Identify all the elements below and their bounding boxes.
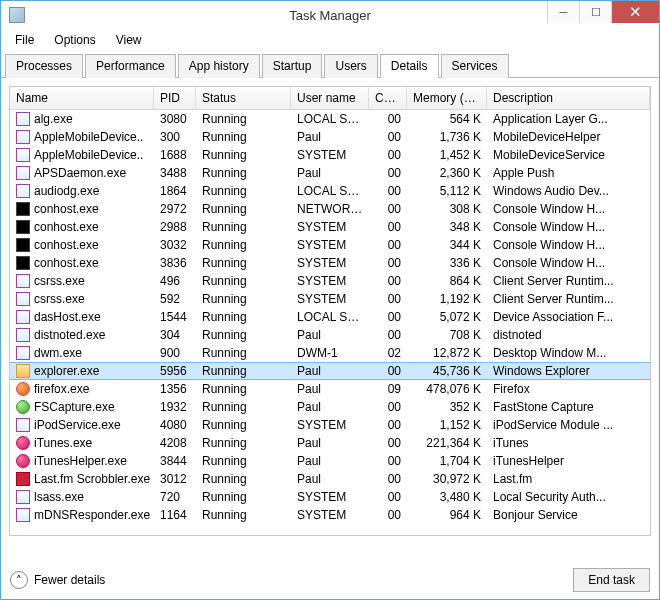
cell-memory: 3,480 K [407, 490, 487, 504]
cell-status: Running [196, 454, 291, 468]
cell-cpu: 00 [369, 328, 407, 342]
header-user[interactable]: User name [291, 87, 369, 109]
table-row[interactable]: dasHost.exe1544RunningLOCAL SE...005,072… [10, 308, 650, 326]
table-row[interactable]: conhost.exe3836RunningSYSTEM00336 KConso… [10, 254, 650, 272]
cell-cpu: 00 [369, 130, 407, 144]
cell-pid: 4208 [154, 436, 196, 450]
close-button[interactable]: ✕ [611, 1, 659, 23]
table-row[interactable]: explorer.exe5956RunningPaul0045,736 KWin… [10, 362, 650, 380]
cell-status: Running [196, 256, 291, 270]
process-name: csrss.exe [34, 274, 85, 288]
cell-user: Paul [291, 130, 369, 144]
table-row[interactable]: alg.exe3080RunningLOCAL SE...00564 KAppl… [10, 110, 650, 128]
cell-memory: 5,072 K [407, 310, 487, 324]
tab-users[interactable]: Users [324, 54, 377, 78]
fewer-details-button[interactable]: ˄ Fewer details [10, 571, 105, 589]
cell-description: Bonjour Service [487, 508, 650, 522]
table-row[interactable]: AppleMobileDevice..300RunningPaul001,736… [10, 128, 650, 146]
process-name: dasHost.exe [34, 310, 101, 324]
table-row[interactable]: csrss.exe592RunningSYSTEM001,192 KClient… [10, 290, 650, 308]
process-name: conhost.exe [34, 238, 99, 252]
process-name: FSCapture.exe [34, 400, 115, 414]
process-icon [16, 418, 30, 432]
tab-startup[interactable]: Startup [262, 54, 323, 78]
header-status[interactable]: Status [196, 87, 291, 109]
process-rows[interactable]: alg.exe3080RunningLOCAL SE...00564 KAppl… [10, 110, 650, 530]
cell-status: Running [196, 184, 291, 198]
cell-user: SYSTEM [291, 508, 369, 522]
cell-description: Firefox [487, 382, 650, 396]
process-icon [16, 130, 30, 144]
menu-file[interactable]: File [7, 31, 42, 49]
cell-cpu: 00 [369, 310, 407, 324]
tab-strip: ProcessesPerformanceApp historyStartupUs… [1, 53, 659, 78]
header-name[interactable]: Name [10, 87, 154, 109]
chevron-up-icon: ˄ [10, 571, 28, 589]
cell-pid: 3032 [154, 238, 196, 252]
table-row[interactable]: conhost.exe2988RunningSYSTEM00348 KConso… [10, 218, 650, 236]
tab-details[interactable]: Details [380, 54, 439, 78]
cell-cpu: 00 [369, 400, 407, 414]
cell-memory: 1,152 K [407, 418, 487, 432]
cell-status: Running [196, 364, 291, 378]
table-row[interactable]: distnoted.exe304RunningPaul00708 Kdistno… [10, 326, 650, 344]
process-name: iTunes.exe [34, 436, 92, 450]
cell-pid: 3836 [154, 256, 196, 270]
process-icon [16, 112, 30, 126]
table-row[interactable]: dwm.exe900RunningDWM-10212,872 KDesktop … [10, 344, 650, 362]
tab-app-history[interactable]: App history [178, 54, 260, 78]
process-icon [16, 454, 30, 468]
process-icon [16, 310, 30, 324]
table-row[interactable]: AppleMobileDevice..1688RunningSYSTEM001,… [10, 146, 650, 164]
table-row[interactable]: APSDaemon.exe3488RunningPaul002,360 KApp… [10, 164, 650, 182]
cell-status: Running [196, 400, 291, 414]
cell-description: distnoted [487, 328, 650, 342]
process-icon [16, 256, 30, 270]
table-row[interactable]: firefox.exe1356RunningPaul09478,076 KFir… [10, 380, 650, 398]
tab-services[interactable]: Services [441, 54, 509, 78]
cell-memory: 1,192 K [407, 292, 487, 306]
cell-cpu: 00 [369, 184, 407, 198]
cell-description: iTunes [487, 436, 650, 450]
menu-options[interactable]: Options [46, 31, 103, 49]
table-row[interactable]: Last.fm Scrobbler.exe3012RunningPaul0030… [10, 470, 650, 488]
maximize-button[interactable]: ☐ [579, 1, 611, 23]
cell-user: SYSTEM [291, 490, 369, 504]
tab-performance[interactable]: Performance [85, 54, 176, 78]
process-name: explorer.exe [34, 364, 99, 378]
table-row[interactable]: conhost.exe2972RunningNETWORK...00308 KC… [10, 200, 650, 218]
table-row[interactable]: FSCapture.exe1932RunningPaul00352 KFastS… [10, 398, 650, 416]
cell-user: DWM-1 [291, 346, 369, 360]
table-row[interactable]: conhost.exe3032RunningSYSTEM00344 KConso… [10, 236, 650, 254]
cell-pid: 2972 [154, 202, 196, 216]
table-row[interactable]: csrss.exe496RunningSYSTEM00864 KClient S… [10, 272, 650, 290]
cell-description: Windows Audio Dev... [487, 184, 650, 198]
cell-pid: 3012 [154, 472, 196, 486]
table-row[interactable]: iPodService.exe4080RunningSYSTEM001,152 … [10, 416, 650, 434]
process-icon [16, 490, 30, 504]
process-icon [16, 292, 30, 306]
end-task-button[interactable]: End task [573, 568, 650, 592]
cell-pid: 4080 [154, 418, 196, 432]
cell-user: Paul [291, 400, 369, 414]
cell-status: Running [196, 418, 291, 432]
header-pid[interactable]: PID [154, 87, 196, 109]
table-row[interactable]: iTunes.exe4208RunningPaul00221,364 KiTun… [10, 434, 650, 452]
process-name: conhost.exe [34, 220, 99, 234]
cell-description: iPodService Module ... [487, 418, 650, 432]
cell-user: Paul [291, 382, 369, 396]
header-memory[interactable]: Memory (p... [407, 87, 487, 109]
table-row[interactable]: audiodg.exe1864RunningLOCAL SE...005,112… [10, 182, 650, 200]
table-row[interactable]: iTunesHelper.exe3844RunningPaul001,704 K… [10, 452, 650, 470]
menu-view[interactable]: View [108, 31, 150, 49]
table-row[interactable]: mDNSResponder.exe1164RunningSYSTEM00964 … [10, 506, 650, 524]
table-row[interactable]: lsass.exe720RunningSYSTEM003,480 KLocal … [10, 488, 650, 506]
header-cpu[interactable]: CPU [369, 87, 407, 109]
process-name: csrss.exe [34, 292, 85, 306]
header-description[interactable]: Description [487, 87, 650, 109]
tab-processes[interactable]: Processes [5, 54, 83, 78]
cell-cpu: 00 [369, 436, 407, 450]
cell-description: Application Layer G... [487, 112, 650, 126]
cell-user: SYSTEM [291, 220, 369, 234]
minimize-button[interactable]: ─ [547, 1, 579, 23]
